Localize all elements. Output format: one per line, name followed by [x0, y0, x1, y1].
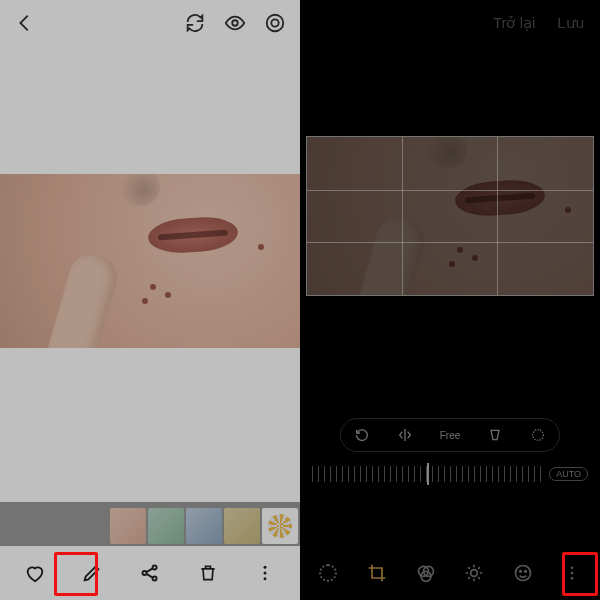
share-button[interactable] — [126, 551, 174, 595]
svg-point-9 — [532, 430, 543, 441]
lens-icon[interactable] — [264, 12, 286, 34]
thumbnail[interactable] — [148, 508, 184, 544]
thumbnail[interactable] — [186, 508, 222, 544]
svg-point-17 — [570, 566, 573, 569]
svg-point-0 — [232, 20, 238, 26]
sticker-tab[interactable] — [504, 551, 542, 595]
brightness-tab[interactable] — [455, 551, 493, 595]
crop-canvas[interactable] — [306, 136, 594, 296]
visibility-icon[interactable] — [224, 12, 246, 34]
rotate-icon[interactable] — [354, 427, 370, 443]
svg-point-4 — [153, 565, 157, 569]
thumbnail-strip — [110, 508, 300, 544]
thumbnail[interactable] — [262, 508, 298, 544]
svg-point-3 — [142, 571, 146, 575]
photo-editor-pane: Trở lại Lưu Free — [300, 0, 600, 600]
editor-top-bar: Trở lại Lưu — [300, 0, 600, 46]
svg-point-1 — [267, 15, 284, 32]
thumbnail[interactable] — [110, 508, 146, 544]
back-icon[interactable] — [14, 12, 36, 34]
more-button[interactable] — [241, 551, 289, 595]
sync-icon[interactable] — [184, 12, 206, 34]
viewer-lower-blank — [0, 348, 300, 502]
svg-point-6 — [264, 566, 267, 569]
svg-point-18 — [570, 572, 573, 575]
straighten-ruler[interactable]: AUTO — [312, 462, 588, 486]
edit-button[interactable] — [68, 551, 116, 595]
perspective-icon[interactable] — [487, 427, 503, 443]
favorite-button[interactable] — [11, 551, 59, 595]
editor-bottom-bar — [300, 546, 600, 600]
svg-point-7 — [264, 572, 267, 575]
svg-point-19 — [570, 577, 573, 580]
crop-tab[interactable] — [358, 551, 396, 595]
svg-point-2 — [271, 19, 278, 26]
svg-point-16 — [525, 571, 527, 573]
lasso-icon[interactable] — [530, 427, 546, 443]
flip-icon[interactable] — [397, 427, 413, 443]
svg-point-8 — [264, 577, 267, 580]
delete-button[interactable] — [184, 551, 232, 595]
editor-back-button[interactable]: Trở lại — [493, 14, 535, 32]
viewer-photo[interactable] — [0, 174, 300, 348]
processing-indicator — [309, 551, 347, 595]
auto-straighten-button[interactable]: AUTO — [549, 467, 588, 481]
editor-more-button[interactable] — [553, 551, 591, 595]
svg-point-13 — [471, 570, 478, 577]
viewer-top-bar — [0, 0, 300, 46]
editor-save-button[interactable]: Lưu — [557, 14, 584, 32]
viewer-upper-blank — [0, 46, 300, 174]
svg-point-14 — [515, 566, 530, 581]
gallery-viewer-pane — [0, 0, 300, 600]
thumbnail[interactable] — [224, 508, 260, 544]
crop-options-toolbar: Free — [340, 418, 560, 452]
filters-tab[interactable] — [407, 551, 445, 595]
svg-point-5 — [153, 576, 157, 580]
svg-point-15 — [520, 571, 522, 573]
free-crop-button[interactable]: Free — [440, 430, 461, 441]
viewer-bottom-bar — [0, 546, 300, 600]
